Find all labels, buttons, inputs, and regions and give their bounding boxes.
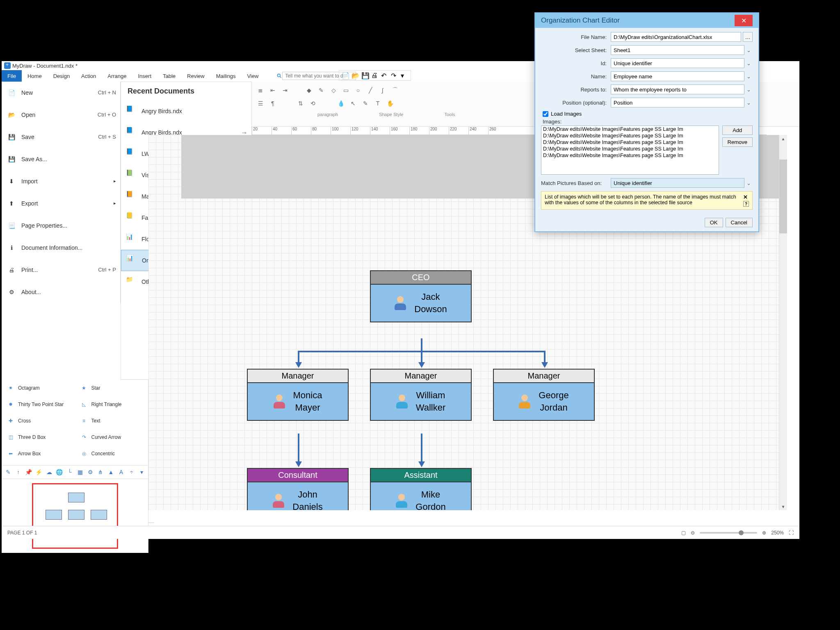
chevron-down-icon[interactable]: ⌄ xyxy=(744,87,753,93)
cancel-button[interactable]: Cancel xyxy=(726,218,753,227)
qat-new-icon[interactable]: 📄 xyxy=(342,72,349,79)
chevron-down-icon[interactable]: ⌄ xyxy=(744,180,753,186)
pen-icon[interactable]: ✎ xyxy=(361,99,370,108)
recent-item[interactable]: 📘Angry Birds.ndx xyxy=(121,100,251,122)
fill-icon[interactable]: ◆ xyxy=(304,86,313,95)
pointer-icon[interactable]: ↖ xyxy=(349,99,358,108)
position-select[interactable] xyxy=(611,98,744,107)
tab-table[interactable]: Table xyxy=(157,70,181,82)
bullets-icon[interactable]: ☰ xyxy=(256,99,265,108)
sheet-select[interactable] xyxy=(611,45,744,55)
file-document-info[interactable]: ℹDocument Information... xyxy=(2,237,120,259)
match-select[interactable] xyxy=(611,178,744,188)
org-node-assistant[interactable]: Assistant Mike Gordon xyxy=(370,468,472,510)
shape-octagram[interactable]: ✷Octagram xyxy=(2,380,75,396)
tip-close-icon[interactable]: ✕ xyxy=(743,194,749,200)
file-export[interactable]: ⬆Export▸ xyxy=(2,192,120,215)
vertical-scrollbar[interactable]: ▲ ▼ xyxy=(779,135,787,510)
bolt-icon[interactable]: ⚡ xyxy=(35,468,43,476)
tab-mailings[interactable]: Mailings xyxy=(210,70,242,82)
shape-concentric[interactable]: ◎Concentric xyxy=(75,445,148,462)
remove-button[interactable]: Remove xyxy=(722,137,753,147)
ok-button[interactable]: OK xyxy=(705,218,723,227)
reports-select[interactable] xyxy=(611,84,744,94)
cloud-icon[interactable]: ☁ xyxy=(45,468,53,476)
pin-icon[interactable]: 📌 xyxy=(25,468,32,476)
shape-32-point-star[interactable]: ✹Thirty Two Point Star xyxy=(2,396,75,413)
browse-button[interactable]: … xyxy=(743,32,753,42)
zoom-out-icon[interactable]: ⊖ xyxy=(691,530,695,536)
qat-open-icon[interactable]: 📂 xyxy=(352,72,359,79)
tab-view[interactable]: View xyxy=(241,70,264,82)
dialog-close-button[interactable]: ✕ xyxy=(735,15,753,26)
qat-redo-icon[interactable]: ↷ xyxy=(391,72,398,79)
file-name-input[interactable] xyxy=(611,32,741,42)
qat-undo-icon[interactable]: ↶ xyxy=(381,72,388,79)
file-print[interactable]: 🖨Print...Ctrl + P xyxy=(2,259,120,281)
name-select[interactable] xyxy=(611,71,744,81)
eyedropper-icon[interactable]: 💧 xyxy=(336,99,345,108)
file-new[interactable]: 📄NewCtrl + N xyxy=(2,82,120,104)
pan-icon[interactable]: ✋ xyxy=(386,99,395,108)
chevron-down-icon[interactable]: ⌄ xyxy=(744,47,753,53)
text-a-icon[interactable]: A xyxy=(117,468,125,476)
tab-file[interactable]: File xyxy=(2,70,22,82)
up-icon[interactable]: ↑ xyxy=(14,468,22,476)
shape-arrow-box[interactable]: ⬅Arrow Box xyxy=(2,445,75,462)
curve-icon[interactable]: ∫ xyxy=(378,86,387,95)
indent-icon[interactable]: ⇤ xyxy=(268,86,277,95)
zoom-in-icon[interactable]: ⊕ xyxy=(762,530,766,536)
file-open[interactable]: 📂OpenCtrl + O xyxy=(2,104,120,126)
line-icon[interactable]: ╱ xyxy=(366,86,375,95)
globe-icon[interactable]: 🌐 xyxy=(55,468,63,476)
tab-action[interactable]: Action xyxy=(75,70,102,82)
tab-arrange[interactable]: Arrange xyxy=(102,70,132,82)
zoom-slider[interactable] xyxy=(700,532,757,534)
chevron-down-icon[interactable]: ⌄ xyxy=(744,73,753,80)
chevron-down-icon[interactable]: ⌄ xyxy=(744,100,753,106)
rect-icon[interactable]: ▭ xyxy=(341,86,350,95)
view-icon[interactable]: ▢ xyxy=(681,530,686,536)
corner-icon[interactable]: └ xyxy=(66,468,73,476)
ellipse-icon[interactable]: ○ xyxy=(354,86,363,95)
fit-icon[interactable]: ⛶ xyxy=(789,530,794,536)
shape-right-triangle[interactable]: ◺Right Triangle xyxy=(75,396,148,413)
cog-icon[interactable]: ⚙ xyxy=(87,468,94,476)
org-node-ceo[interactable]: CEO Jack Dowson xyxy=(370,270,472,322)
brush-icon[interactable]: ✎ xyxy=(317,86,326,95)
scroll-down-icon[interactable]: ▼ xyxy=(779,503,787,510)
more-icon[interactable]: ▾ xyxy=(138,468,146,476)
tab-home[interactable]: Home xyxy=(22,70,48,82)
shape-cross[interactable]: ✚Cross xyxy=(2,413,75,429)
rotate-icon[interactable]: ⟲ xyxy=(308,99,317,108)
chevron-down-icon[interactable]: ⌄ xyxy=(744,60,753,66)
file-save-as[interactable]: 💾Save As... xyxy=(2,148,120,170)
outdent-icon[interactable]: ⇥ xyxy=(281,86,290,95)
file-import[interactable]: ⬇Import▸ xyxy=(2,170,120,192)
arc-icon[interactable]: ⌒ xyxy=(390,86,399,95)
shape-3d-box[interactable]: ◫Three D Box xyxy=(2,429,75,445)
qat-save-icon[interactable]: 💾 xyxy=(361,72,369,79)
file-save[interactable]: 💾SaveCtrl + S xyxy=(2,126,120,148)
tree-icon[interactable]: ⋔ xyxy=(97,468,105,476)
qat-dropdown-icon[interactable]: ▾ xyxy=(401,72,408,79)
id-select[interactable] xyxy=(611,58,744,68)
chart-icon[interactable]: ▲ xyxy=(107,468,115,476)
pilcrow-icon[interactable]: ¶ xyxy=(268,99,277,108)
shape-text[interactable]: ≡Text xyxy=(75,413,148,429)
grid-icon[interactable]: ▦ xyxy=(76,468,84,476)
qat-print-icon[interactable]: 🖨 xyxy=(371,72,379,79)
images-list[interactable]: D:\MyDraw edits\Website Images\Features … xyxy=(541,126,719,175)
scroll-up-icon[interactable]: ▲ xyxy=(779,135,787,142)
tab-review[interactable]: Review xyxy=(181,70,210,82)
scroll-thumb[interactable] xyxy=(779,160,787,233)
file-page-properties[interactable]: 📃Page Properties... xyxy=(2,215,120,237)
text-icon[interactable]: T xyxy=(373,99,382,108)
edit-icon[interactable]: ✎ xyxy=(4,468,12,476)
shape-star[interactable]: ★Star xyxy=(75,380,148,396)
file-about[interactable]: ⚙About... xyxy=(2,281,120,303)
page-thumbnail[interactable] xyxy=(32,483,118,549)
org-node-manager[interactable]: Manager George Jordan xyxy=(493,369,595,421)
shape-icon[interactable]: ◇ xyxy=(329,86,338,95)
divide-icon[interactable]: ÷ xyxy=(128,468,135,476)
